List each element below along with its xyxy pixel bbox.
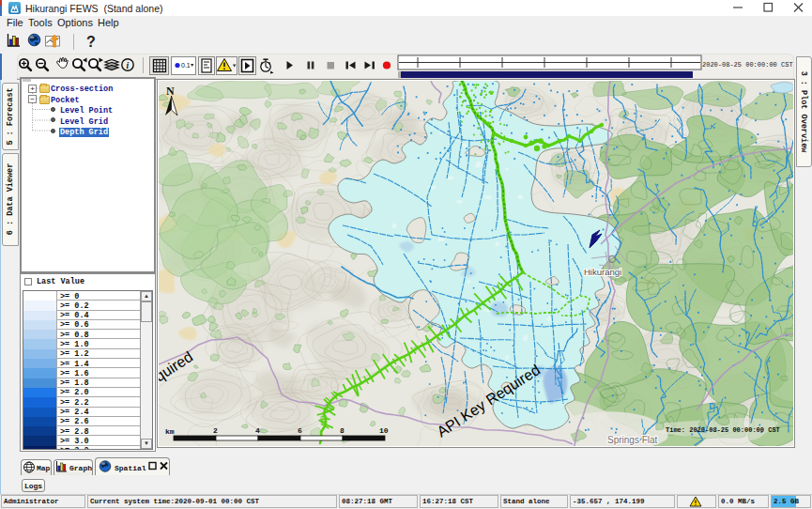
svg-text:km: km xyxy=(165,427,175,436)
svg-text:10: 10 xyxy=(379,426,389,435)
svg-text:2: 2 xyxy=(213,426,218,435)
svg-text:Hikurangi: Hikurangi xyxy=(584,267,621,277)
svg-text:4: 4 xyxy=(255,426,260,435)
svg-text:Graph: Graph xyxy=(69,464,92,472)
svg-text:i: i xyxy=(127,61,130,70)
svg-text:0.1: 0.1 xyxy=(181,62,191,69)
svg-text:2020-08-25 00:00:00 CST: 2020-08-25 00:00:00 CST xyxy=(702,61,793,69)
svg-text:?: ? xyxy=(86,34,96,50)
svg-text:Map: Map xyxy=(37,464,51,472)
svg-text:Springs Flat: Springs Flat xyxy=(607,435,658,445)
svg-text:Time: 2020-08-25 00:00:00 CST: Time: 2020-08-25 00:00:00 CST xyxy=(666,426,780,434)
svg-text:8: 8 xyxy=(340,426,345,435)
svg-text:6: 6 xyxy=(298,426,302,435)
svg-text:Spatial: Spatial xyxy=(115,464,146,472)
svg-text:N: N xyxy=(166,85,175,98)
